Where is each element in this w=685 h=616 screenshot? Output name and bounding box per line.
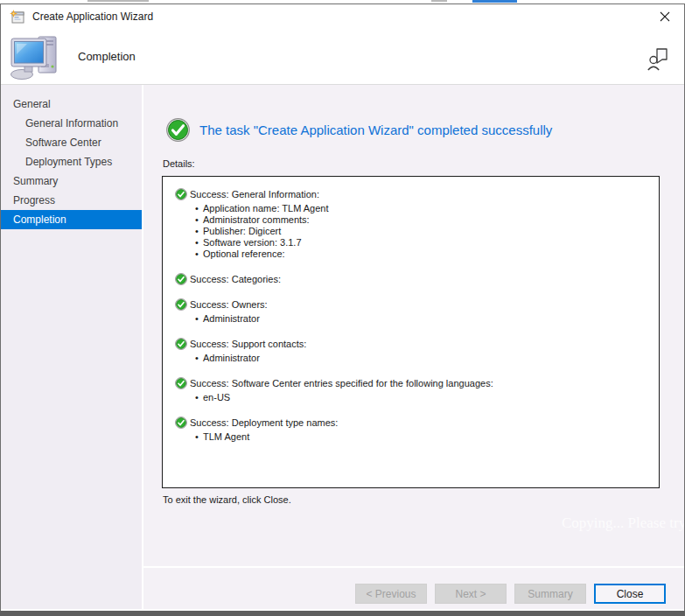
background-highlight-bar [472, 0, 517, 3]
entry-bullet-item: •Software version: 3.1.7 [195, 237, 650, 248]
bullet-icon: • [195, 392, 203, 403]
background-text-fragment [431, 0, 447, 2]
result-entry: Success: General Information:•Applicatio… [175, 189, 650, 260]
sidebar-item-deployment-types[interactable]: Deployment Types [1, 152, 142, 172]
sidebar-item-general-information[interactable]: General Information [1, 114, 142, 133]
sidebar-item-general[interactable]: General [1, 94, 142, 114]
success-check-icon [166, 118, 190, 142]
entry-bullet-item: •Administrator [195, 353, 650, 364]
sidebar-item-progress[interactable]: Progress [1, 191, 142, 210]
footer-separator [143, 566, 684, 568]
bullet-icon: • [195, 353, 203, 364]
computer-icon [10, 35, 60, 80]
entry-bullet-item: •Application name: TLM Agent [195, 203, 650, 214]
exit-hint: To exit the wizard, click Close. [163, 494, 291, 505]
sidebar-item-summary[interactable]: Summary [1, 172, 142, 191]
status-heading: The task "Create Application Wizard" com… [199, 122, 552, 137]
success-check-icon [175, 338, 187, 350]
details-box: Success: General Information:•Applicatio… [162, 176, 660, 488]
status-row: The task "Create Application Wizard" com… [166, 118, 552, 142]
close-button[interactable]: Close [594, 584, 666, 604]
success-check-icon [175, 188, 187, 200]
result-entry: Success: Owners:•Administrator [175, 299, 650, 325]
success-check-icon [175, 273, 187, 285]
screen: Create Application Wizard [0, 0, 685, 616]
entry-title: Success: Software Center entries specifi… [190, 378, 493, 389]
entry-bullet-item: •en-US [195, 392, 650, 403]
entry-bullet-item: •Publisher: Digicert [195, 226, 650, 237]
page-title: Completion [78, 50, 136, 63]
close-icon[interactable] [655, 8, 675, 25]
success-check-icon [175, 298, 187, 311]
bullet-icon: • [195, 214, 203, 226]
result-entry: Success: Support contacts:•Administrator [175, 339, 650, 364]
wizard-body: GeneralGeneral InformationSoftware Cente… [1, 85, 684, 609]
entry-title: Success: Support contacts: [190, 339, 306, 350]
summary-button: Summary [514, 584, 586, 604]
background-text-fragment [87, 0, 149, 2]
entry-title: Success: General Information: [190, 189, 319, 200]
titlebar: Create Application Wizard [1, 4, 684, 29]
bullet-icon: • [195, 248, 203, 260]
entry-title: Success: Deployment type names: [190, 417, 338, 429]
details-label: Details: [163, 158, 195, 169]
next-button: Next > [435, 584, 507, 604]
bullet-icon: • [195, 431, 203, 443]
bullet-icon: • [195, 313, 203, 325]
wizard-window-icon [10, 10, 24, 24]
sidebar-item-software-center[interactable]: Software Center [1, 133, 142, 152]
entry-title: Success: Categories: [190, 274, 281, 285]
result-entry: Success: Software Center entries specifi… [175, 378, 650, 403]
success-check-icon [175, 416, 187, 429]
watermark-text: Copying... Please try [562, 514, 684, 532]
entry-bullet-item: •Administrator comments: [195, 214, 650, 226]
entry-title: Success: Owners: [190, 299, 268, 311]
feedback-person-icon[interactable] [647, 46, 668, 73]
entry-bullet-item: •Optional reference: [195, 248, 650, 260]
wizard-header: Completion [1, 29, 684, 85]
wizard-steps-sidebar: GeneralGeneral InformationSoftware Cente… [1, 85, 143, 609]
previous-button: < Previous [355, 584, 427, 604]
window-title: Create Application Wizard [32, 10, 153, 23]
sidebar-item-completion[interactable]: Completion [1, 210, 142, 229]
create-application-wizard-dialog: Create Application Wizard [0, 4, 685, 611]
success-check-icon [175, 377, 187, 389]
bullet-icon: • [195, 237, 203, 248]
background-bottom-strip [0, 611, 685, 616]
result-entry: Success: Deployment type names:•TLM Agen… [175, 417, 650, 443]
bullet-icon: • [195, 203, 203, 214]
entry-bullet-item: •Administrator [195, 313, 650, 325]
footer-buttons: < PreviousNext >SummaryClose [355, 584, 666, 604]
result-entry: Success: Categories: [175, 274, 650, 285]
completion-page: The task "Create Application Wizard" com… [143, 85, 684, 609]
bullet-icon: • [195, 226, 203, 237]
entry-bullet-item: •TLM Agent [195, 431, 650, 443]
